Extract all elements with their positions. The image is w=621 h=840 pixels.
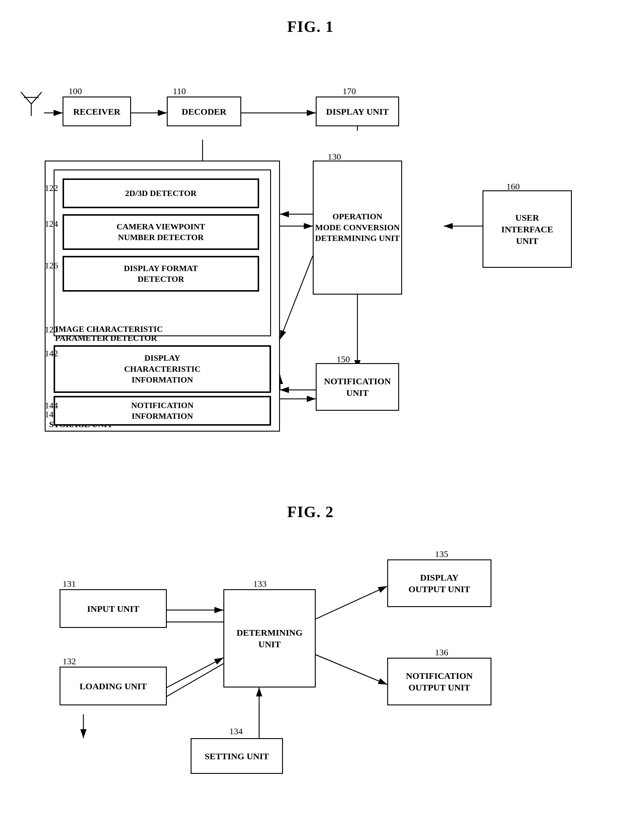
decoder-box: DECODER xyxy=(167,97,241,126)
ref-170: 170 xyxy=(342,86,356,96)
setting-unit-box: SETTING UNIT xyxy=(191,738,283,774)
ref-144: 144 xyxy=(45,400,58,410)
ref-135: 135 xyxy=(435,549,448,559)
ref-130: 130 xyxy=(328,151,341,162)
image-char-label2: PARAMETER DETECTOR xyxy=(55,333,157,343)
display-char-info-box: DISPLAY CHARACTERISTIC INFORMATION xyxy=(54,345,271,393)
display-format-box: DISPLAY FORMAT DETECTOR xyxy=(62,256,259,292)
ref-136: 136 xyxy=(435,647,448,657)
input-unit-box: INPUT UNIT xyxy=(59,589,167,628)
receiver-box: RECEIVER xyxy=(62,97,131,126)
fig1-title: FIG. 1 xyxy=(0,0,621,35)
ref-131: 131 xyxy=(62,579,76,589)
determining-unit-box: DETERMINING UNIT xyxy=(223,589,316,687)
svg-line-27 xyxy=(316,586,387,619)
ref-132: 132 xyxy=(62,656,76,666)
svg-line-28 xyxy=(316,655,387,684)
image-char-label: IMAGE CHARACTERISTIC xyxy=(55,324,163,334)
ref-133: 133 xyxy=(253,579,267,589)
ref-142: 142 xyxy=(45,348,58,358)
fig2-title: FIG. 2 xyxy=(0,494,621,521)
svg-line-18 xyxy=(31,92,42,104)
ref-100: 100 xyxy=(68,86,82,96)
svg-line-24 xyxy=(167,658,223,687)
svg-line-17 xyxy=(21,92,31,104)
notif-output-unit-box: NOTIFICATION OUTPUT UNIT xyxy=(387,658,491,705)
ref-110: 110 xyxy=(173,86,186,96)
notif-unit-box: NOTIFICATION UNIT xyxy=(316,363,399,411)
antenna-icon xyxy=(18,86,45,120)
ref-124: 124 xyxy=(45,219,58,229)
ref-134: 134 xyxy=(229,726,243,736)
ref-126: 126 xyxy=(45,260,58,271)
ref-120: 120 xyxy=(45,324,58,334)
loading-unit-box: LOADING UNIT xyxy=(59,667,167,705)
notif-info-box: NOTIFICATION INFORMATION xyxy=(54,396,271,426)
ref-122: 122 xyxy=(45,183,58,193)
ref-150: 150 xyxy=(336,354,350,364)
detector-2d3d-box: 2D/3D DETECTOR xyxy=(62,179,259,208)
svg-line-25 xyxy=(167,664,223,696)
ref-160: 160 xyxy=(506,182,520,192)
svg-line-9 xyxy=(280,256,313,339)
display-output-unit-box: DISPLAY OUTPUT UNIT xyxy=(387,559,491,607)
operation-mode-box: OPERATION MODE CONVERSION DETERMINING UN… xyxy=(313,160,402,295)
user-interface-box: USER INTERFACE UNIT xyxy=(483,190,572,268)
camera-viewpoint-box: CAMERA VIEWPOINT NUMBER DETECTOR xyxy=(62,214,259,250)
display-unit-box: DISPLAY UNIT xyxy=(316,97,399,126)
fig2-diagram: INPUT UNIT 131 LOADING UNIT 132 DETERMIN… xyxy=(0,530,621,840)
fig1-diagram: RECEIVER 100 DECODER 110 DISPLAY UNIT 17… xyxy=(0,47,621,494)
